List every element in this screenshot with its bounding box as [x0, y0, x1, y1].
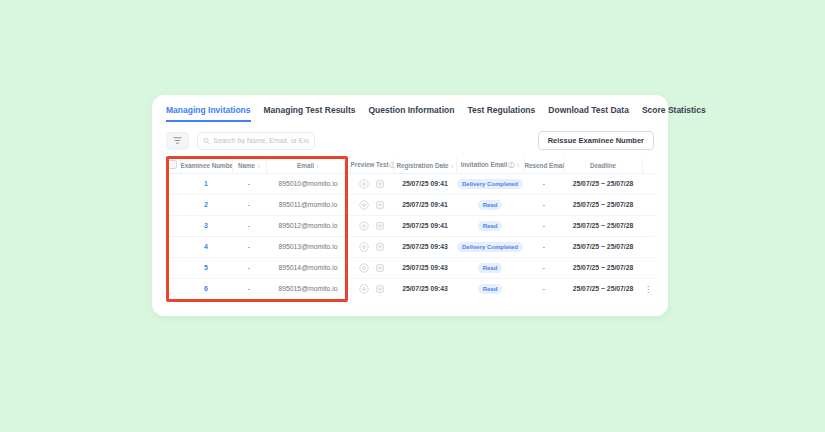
row-select-cell — [166, 194, 180, 215]
examinee-number-link[interactable]: 1 — [204, 180, 208, 187]
sort-icon[interactable]: ↕ — [451, 163, 454, 169]
deadline-cell: 25/07/25 ~ 25/07/28 — [564, 278, 642, 299]
examinee-number-link[interactable]: 5 — [204, 264, 208, 271]
row-select-cell — [166, 257, 180, 278]
invitation-status-badge: Delivery Completed — [457, 179, 523, 189]
copy-link-icon[interactable] — [375, 179, 385, 189]
resend-email-cell: - — [524, 236, 564, 257]
tab-download-test-data[interactable]: Download Test Data — [548, 105, 629, 122]
table-row: 6 - 895015@momito.io 25/07/25 09:43 Read… — [166, 278, 654, 299]
filter-button[interactable] — [166, 132, 189, 150]
resend-email-cell: - — [524, 257, 564, 278]
name-cell: - — [232, 173, 266, 194]
managing-invitations-panel: Managing Invitations Managing Test Resul… — [152, 95, 668, 316]
row-menu-kebab-icon[interactable]: ⋮ — [644, 284, 653, 294]
col-email: Email↕ — [266, 158, 350, 173]
row-select-cell — [166, 278, 180, 299]
copy-link-icon[interactable] — [375, 200, 385, 210]
sort-icon[interactable]: ↕ — [516, 162, 519, 168]
registration-date-cell: 25/07/25 09:43 — [394, 278, 456, 299]
search-box[interactable] — [197, 132, 315, 150]
col-examinee-number: Examinee Number↕ — [180, 158, 232, 173]
table-header-row: Examinee Number↕ Name↕ Email↕ Preview Te… — [166, 158, 654, 173]
col-label: Preview Test — [351, 161, 389, 168]
toolbar: Reissue Examinee Number — [166, 131, 654, 150]
copy-link-icon[interactable] — [375, 263, 385, 273]
copy-link-icon[interactable] — [375, 242, 385, 252]
search-input[interactable] — [213, 137, 309, 144]
reissue-examinee-number-button[interactable]: Reissue Examinee Number — [538, 131, 654, 150]
info-icon[interactable]: ⓘ — [390, 162, 394, 168]
col-label: Name — [238, 162, 255, 169]
tab-score-statistics[interactable]: Score Statistics — [642, 105, 706, 122]
copy-link-icon[interactable] — [375, 284, 385, 294]
invitation-status-badge: Read — [478, 284, 503, 294]
examinee-number-link[interactable]: 2 — [204, 201, 208, 208]
col-actions — [642, 158, 654, 173]
col-label: Deadline — [590, 162, 616, 169]
examinee-number-link[interactable]: 4 — [204, 243, 208, 250]
sort-icon[interactable]: ↕ — [257, 163, 260, 169]
col-resend-email: Resend Email — [524, 158, 564, 173]
col-label: Registration Date — [396, 162, 448, 169]
tab-managing-invitations[interactable]: Managing Invitations — [166, 105, 251, 122]
preview-eye-icon[interactable] — [359, 179, 369, 189]
registration-date-cell: 25/07/25 09:43 — [394, 236, 456, 257]
select-all-cell — [166, 158, 180, 173]
col-deadline: Deadline — [564, 158, 642, 173]
preview-test-cell — [350, 173, 394, 194]
invitation-status-badge: Read — [478, 200, 503, 210]
invitation-status-badge: Read — [478, 263, 503, 273]
sort-icon[interactable]: ↕ — [316, 163, 319, 169]
email-cell: 895014@momito.io — [266, 257, 350, 278]
col-name: Name↕ — [232, 158, 266, 173]
table-row: 3 - 895012@momito.io 25/07/25 09:41 Read… — [166, 215, 654, 236]
resend-email-cell: - — [524, 215, 564, 236]
tab-question-information[interactable]: Question Information — [368, 105, 454, 122]
examinee-number-link[interactable]: 3 — [204, 222, 208, 229]
col-label: Invitation Email — [461, 161, 508, 168]
tab-test-regulations[interactable]: Test Regulations — [467, 105, 535, 122]
tab-managing-test-results[interactable]: Managing Test Results — [264, 105, 356, 122]
deadline-cell: 25/07/25 ~ 25/07/28 — [564, 194, 642, 215]
email-cell: 895012@momito.io — [266, 215, 350, 236]
preview-eye-icon[interactable] — [359, 200, 369, 210]
registration-date-cell: 25/07/25 09:41 — [394, 173, 456, 194]
table-row: 4 - 895013@momito.io 25/07/25 09:43 Deli… — [166, 236, 654, 257]
col-label: Examinee Number — [181, 162, 233, 169]
preview-eye-icon[interactable] — [359, 221, 369, 231]
registration-date-cell: 25/07/25 09:41 — [394, 215, 456, 236]
name-cell: - — [232, 236, 266, 257]
row-select-cell — [166, 236, 180, 257]
preview-test-cell — [350, 236, 394, 257]
resend-email-cell: - — [524, 278, 564, 299]
filter-icon — [173, 136, 182, 145]
preview-eye-icon[interactable] — [359, 263, 369, 273]
select-all-checkbox[interactable] — [168, 160, 177, 169]
email-cell: 895010@momito.io — [266, 173, 350, 194]
deadline-cell: 25/07/25 ~ 25/07/28 — [564, 173, 642, 194]
col-invitation-email: Invitation Emailⓘ↕ — [456, 158, 524, 173]
preview-eye-icon[interactable] — [359, 284, 369, 294]
preview-eye-icon[interactable] — [359, 242, 369, 252]
preview-test-cell — [350, 215, 394, 236]
col-label: Email — [297, 162, 314, 169]
examinee-number-link[interactable]: 6 — [204, 285, 208, 292]
deadline-cell: 25/07/25 ~ 25/07/28 — [564, 215, 642, 236]
registration-date-cell: 25/07/25 09:43 — [394, 257, 456, 278]
info-icon[interactable]: ⓘ — [508, 162, 514, 168]
name-cell: - — [232, 215, 266, 236]
copy-link-icon[interactable] — [375, 221, 385, 231]
preview-test-cell — [350, 257, 394, 278]
col-registration-date: Registration Date↕ — [394, 158, 456, 173]
table-row: 2 - 895011@momito.io 25/07/25 09:41 Read… — [166, 194, 654, 215]
search-icon — [203, 137, 210, 145]
table-row: 1 - 895010@momito.io 25/07/25 09:41 Deli… — [166, 173, 654, 194]
table-row: 5 - 895014@momito.io 25/07/25 09:43 Read… — [166, 257, 654, 278]
preview-test-cell — [350, 194, 394, 215]
name-cell: - — [232, 278, 266, 299]
registration-date-cell: 25/07/25 09:41 — [394, 194, 456, 215]
email-cell: 895011@momito.io — [266, 194, 350, 215]
col-label: Resend Email — [525, 162, 565, 169]
preview-test-cell — [350, 278, 394, 299]
